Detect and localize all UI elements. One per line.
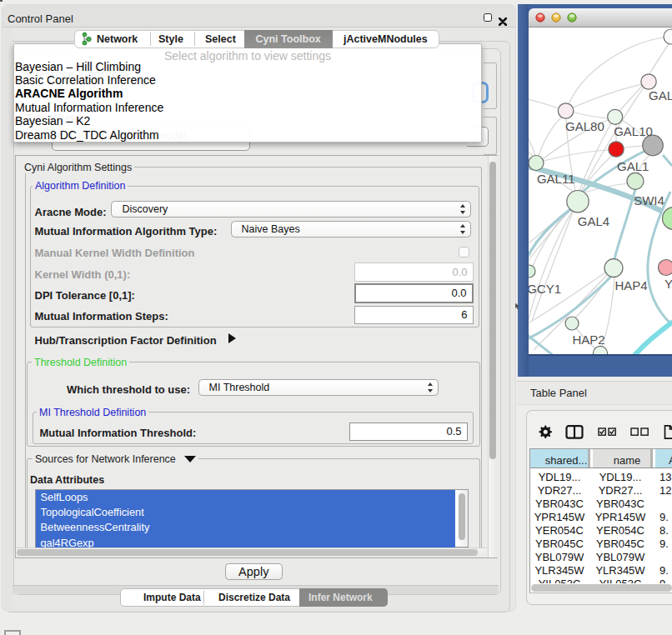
svg-text:GAL7: GAL7 — [649, 88, 672, 102]
svg-text:SWI4: SWI4 — [634, 193, 664, 208]
svg-text:GCY1: GCY1 — [529, 282, 561, 296]
svg-text:HAP4: HAP4 — [614, 278, 647, 292]
svg-text:Y: Y — [664, 277, 672, 291]
svg-text:HAP2: HAP2 — [572, 332, 604, 347]
svg-text:GAL4: GAL4 — [578, 214, 609, 228]
svg-text:GAL80: GAL80 — [565, 119, 604, 133]
svg-text:GAL10: GAL10 — [614, 124, 653, 138]
svg-text:GAL11: GAL11 — [537, 172, 575, 186]
svg-text:GAL1: GAL1 — [617, 159, 649, 173]
